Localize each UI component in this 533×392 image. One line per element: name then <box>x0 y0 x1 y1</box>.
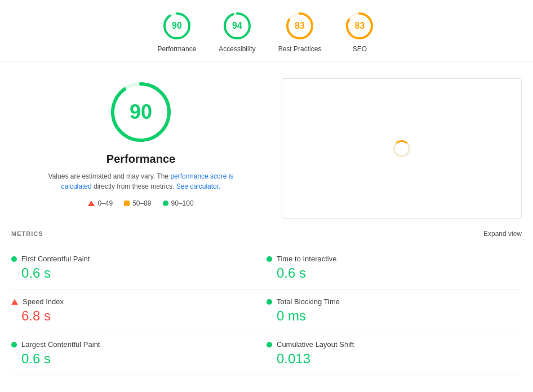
performance-description: Values are estimated and may vary. The p… <box>39 171 242 191</box>
big-score-circle: 90 <box>107 78 175 146</box>
square-icon <box>124 201 130 206</box>
legend-item-red: 0–49 <box>88 199 113 207</box>
metric-cls: Cumulative Layout Shift 0.013 <box>266 332 522 375</box>
metric-tbt: Total Blocking Time 0 ms <box>266 289 522 332</box>
metric-tbt-indicator <box>266 299 272 305</box>
metric-cls-name-row: Cumulative Layout Shift <box>266 340 522 349</box>
dot-icon <box>163 201 168 206</box>
metric-tti-value: 0.6 s <box>266 265 522 281</box>
metric-lcp-indicator <box>11 342 17 348</box>
score-circle-accessibility: 94 <box>221 10 253 42</box>
preview-panel <box>282 78 522 219</box>
big-score-value: 90 <box>130 100 152 124</box>
legend-range-red: 0–49 <box>97 199 113 207</box>
metric-tbt-name-row: Total Blocking Time <box>266 297 522 306</box>
score-circle-performance: 90 <box>161 10 193 42</box>
score-label-seo: SEO <box>353 45 367 53</box>
score-label-accessibility: Accessibility <box>219 45 255 53</box>
legend-range-orange: 50–89 <box>132 199 151 207</box>
metric-fcp-name-row: First Contentful Paint <box>11 255 266 263</box>
left-panel: 90 Performance Values are estimated and … <box>11 78 270 219</box>
score-value-seo: 83 <box>354 21 365 31</box>
metric-lcp-value: 0.6 s <box>11 351 266 367</box>
metric-si-value: 6.8 s <box>11 308 266 324</box>
metric-lcp-name-row: Largest Contentful Paint <box>11 340 266 349</box>
score-label-performance: Performance <box>158 45 197 53</box>
loading-spinner <box>393 140 410 157</box>
metric-fcp-indicator <box>11 256 17 262</box>
big-score-container: 90 Performance Values are estimated and … <box>11 78 270 207</box>
metric-si: Speed Index 6.8 s <box>11 289 266 332</box>
metric-lcp: Largest Contentful Paint 0.6 s <box>11 332 266 375</box>
score-circle-seo: 83 <box>344 10 375 42</box>
metric-fcp: First Contentful Paint 0.6 s <box>11 247 266 289</box>
score-value-performance: 90 <box>172 21 182 31</box>
performance-title: Performance <box>106 153 175 166</box>
score-circle-best-practices: 83 <box>284 10 316 42</box>
legend-item-green: 90–100 <box>163 199 194 207</box>
legend-range-green: 90–100 <box>171 199 194 207</box>
legend-item-orange: 50–89 <box>124 199 151 207</box>
metric-tti-label: Time to Interactive <box>277 255 336 263</box>
metric-si-name-row: Speed Index <box>11 297 266 306</box>
metric-tti: Time to Interactive 0.6 s <box>266 247 522 289</box>
metrics-title: METRICS <box>11 230 43 237</box>
metric-cls-label: Cumulative Layout Shift <box>277 340 354 349</box>
metric-tti-name-row: Time to Interactive <box>266 255 522 263</box>
score-value-accessibility: 94 <box>232 21 242 31</box>
metric-fcp-value: 0.6 s <box>11 265 266 281</box>
metric-tti-indicator <box>266 256 272 262</box>
score-label-best-practices: Best Practices <box>278 45 322 53</box>
top-scores-bar: 90 Performance 94 Accessibility 83 Best … <box>0 0 533 61</box>
expand-view-button[interactable]: Expand view <box>483 230 522 238</box>
metrics-grid: First Contentful Paint 0.6 s Time to Int… <box>11 247 522 375</box>
triangle-icon <box>88 201 95 206</box>
metric-si-label: Speed Index <box>23 297 64 306</box>
score-item-performance[interactable]: 90 Performance <box>158 10 197 53</box>
metric-lcp-label: Largest Contentful Paint <box>21 340 100 349</box>
see-calculator-link[interactable]: See calculator. <box>176 182 221 190</box>
metric-tbt-value: 0 ms <box>266 308 522 324</box>
score-item-best-practices[interactable]: 83 Best Practices <box>278 10 322 53</box>
score-item-accessibility[interactable]: 94 Accessibility <box>219 10 255 53</box>
metrics-section: METRICS Expand view First Contentful Pai… <box>0 230 533 375</box>
metric-fcp-label: First Contentful Paint <box>21 255 90 263</box>
score-legend: 0–49 50–89 90–100 <box>88 199 193 207</box>
metrics-header: METRICS Expand view <box>11 230 522 238</box>
metric-cls-value: 0.013 <box>266 351 522 367</box>
score-item-seo[interactable]: 83 SEO <box>344 10 375 53</box>
metric-tbt-label: Total Blocking Time <box>277 297 340 306</box>
main-content: 90 Performance Values are estimated and … <box>0 61 533 230</box>
score-value-best-practices: 83 <box>295 21 305 31</box>
metric-si-indicator <box>11 299 18 305</box>
metric-cls-indicator <box>266 342 272 348</box>
